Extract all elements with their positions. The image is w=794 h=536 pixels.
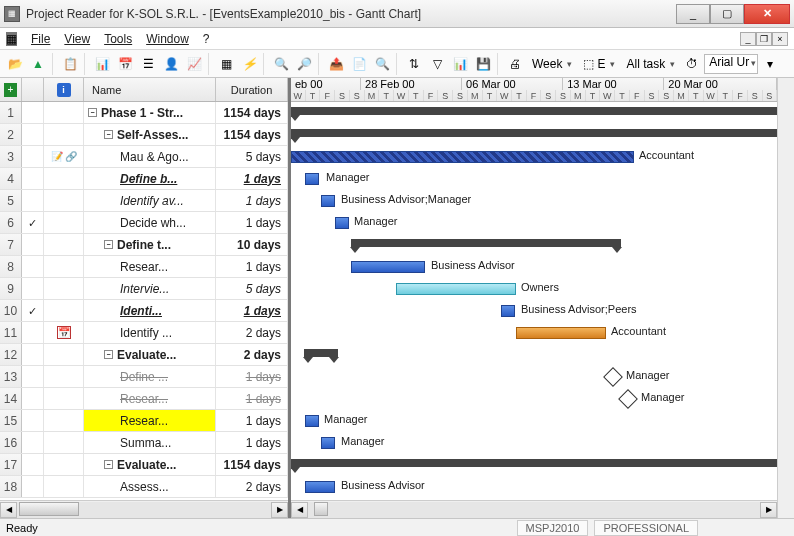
task-name[interactable]: Mau & Ago... (84, 146, 216, 167)
task-name[interactable]: Identi... (84, 300, 216, 321)
menu-view[interactable]: View (64, 32, 90, 46)
gantt-scroll-left-icon[interactable]: ◀ (291, 502, 308, 518)
row-check[interactable] (22, 168, 44, 189)
table-row[interactable]: 10Identi...1 days (0, 300, 288, 322)
task-usage-icon[interactable]: ☰ (137, 53, 159, 75)
tracking-chart-icon[interactable]: 📈 (183, 53, 205, 75)
table-row[interactable]: 8Resear...1 days (0, 256, 288, 278)
save-as-icon[interactable]: 💾 (472, 53, 494, 75)
zoom-in-icon[interactable]: 🔍 (270, 53, 292, 75)
font-combobox[interactable]: Arial Ur (704, 54, 758, 74)
row-check[interactable] (22, 102, 44, 123)
print-icon[interactable]: 🖨 (504, 53, 526, 75)
outline-toggle-icon[interactable]: − (104, 240, 113, 249)
filter-icon[interactable]: ⚡ (238, 53, 260, 75)
menu-window[interactable]: Window (146, 32, 189, 46)
row-check[interactable] (22, 476, 44, 497)
table-row[interactable]: 11📅Identify ...2 days (0, 322, 288, 344)
col-select[interactable]: + (0, 78, 22, 101)
task-name[interactable]: −Self-Asses... (84, 124, 216, 145)
col-indicators[interactable]: i (44, 78, 84, 101)
open-icon[interactable]: 📂 (4, 53, 26, 75)
calendar-view-icon[interactable]: 📅 (114, 53, 136, 75)
task-name[interactable]: −Phase 1 - Str... (84, 102, 216, 123)
gantt-bar[interactable] (305, 481, 335, 493)
outline-toggle-icon[interactable]: − (88, 108, 97, 117)
menu-file[interactable]: File (31, 32, 50, 46)
outline-toggle-icon[interactable]: − (104, 350, 113, 359)
table-row[interactable]: 6Decide wh...1 days (0, 212, 288, 234)
menu-help[interactable]: ? (203, 32, 210, 46)
gantt-bar[interactable] (304, 349, 338, 357)
col-check[interactable] (22, 78, 44, 101)
gantt-bar[interactable] (291, 459, 777, 467)
row-check[interactable] (22, 124, 44, 145)
close-button[interactable]: ✕ (744, 4, 790, 24)
maximize-button[interactable]: ▢ (710, 4, 744, 24)
task-name[interactable]: Resear... (84, 410, 216, 431)
row-check[interactable] (22, 278, 44, 299)
gantt-bar[interactable] (603, 367, 623, 387)
task-name[interactable]: −Evaluate... (84, 344, 216, 365)
col-duration[interactable]: Duration (216, 78, 288, 101)
gantt-scroll-right-icon[interactable]: ▶ (760, 502, 777, 518)
resource-usage-icon[interactable]: 👤 (160, 53, 182, 75)
table-icon[interactable]: ▦ (215, 53, 237, 75)
task-name[interactable]: Intervie... (84, 278, 216, 299)
gantt-bar[interactable] (501, 305, 515, 317)
row-check[interactable] (22, 212, 44, 233)
gantt-bar[interactable] (351, 239, 621, 247)
table-row[interactable]: 3📝🔗Mau & Ago...5 days (0, 146, 288, 168)
scroll-left-icon[interactable]: ◀ (0, 502, 17, 518)
timescale-dropdown[interactable]: Week (527, 53, 577, 75)
task-name[interactable]: Summa... (84, 432, 216, 453)
copy-icon[interactable]: 📋 (59, 53, 81, 75)
gantt-bar[interactable] (321, 437, 335, 449)
row-check[interactable] (22, 454, 44, 475)
row-check[interactable] (22, 256, 44, 277)
sort-icon[interactable]: ⇅ (403, 53, 425, 75)
table-row[interactable]: 5Identify av...1 days (0, 190, 288, 212)
gantt-bar[interactable] (291, 129, 777, 137)
row-check[interactable] (22, 146, 44, 167)
outline-toggle-icon[interactable]: − (104, 130, 113, 139)
table-row[interactable]: 12−Evaluate...2 days (0, 344, 288, 366)
row-check[interactable] (22, 300, 44, 321)
export-pdf-icon[interactable]: 📄 (348, 53, 370, 75)
menu-tools[interactable]: Tools (104, 32, 132, 46)
gantt-bar[interactable] (618, 389, 638, 409)
table-row[interactable]: 14Resear...1 days (0, 388, 288, 410)
gantt-vscroll[interactable] (777, 78, 794, 518)
gantt-bar[interactable] (516, 327, 606, 339)
font-dropdown-icon[interactable]: ▾ (759, 53, 781, 75)
row-check[interactable] (22, 190, 44, 211)
gantt-bar[interactable] (305, 415, 319, 427)
chart-icon[interactable]: 📊 (449, 53, 471, 75)
search-icon[interactable]: 🔍 (371, 53, 393, 75)
task-name[interactable]: Resear... (84, 256, 216, 277)
mdi-minimize-button[interactable]: _ (740, 32, 756, 46)
auto-filter-icon[interactable]: ▽ (426, 53, 448, 75)
row-check[interactable] (22, 366, 44, 387)
table-row[interactable]: 2−Self-Asses...1154 days (0, 124, 288, 146)
table-row[interactable]: 13Define ...1 days (0, 366, 288, 388)
gantt-bar[interactable] (396, 283, 516, 295)
gantt-bar[interactable] (291, 107, 777, 115)
cloud-drive-icon[interactable]: ▲ (27, 53, 49, 75)
gantt-bar[interactable] (335, 217, 349, 229)
task-name[interactable]: Define b... (84, 168, 216, 189)
gantt-bar[interactable] (291, 151, 634, 163)
table-row[interactable]: 17−Evaluate...1154 days (0, 454, 288, 476)
mdi-close-button[interactable]: × (772, 32, 788, 46)
zoom-out-icon[interactable]: 🔎 (293, 53, 315, 75)
task-name[interactable]: Resear... (84, 388, 216, 409)
gantt-hscroll[interactable]: ◀ ▶ (291, 500, 777, 518)
gantt-bar[interactable] (351, 261, 425, 273)
table-row[interactable]: 4Define b...1 days (0, 168, 288, 190)
export-dropdown[interactable]: ⬚E (578, 53, 620, 75)
minimize-button[interactable]: _ (676, 4, 710, 24)
task-name[interactable]: −Define t... (84, 234, 216, 255)
tracking-icon[interactable]: ⏱ (681, 53, 703, 75)
export-icon[interactable]: 📤 (325, 53, 347, 75)
table-row[interactable]: 16Summa...1 days (0, 432, 288, 454)
